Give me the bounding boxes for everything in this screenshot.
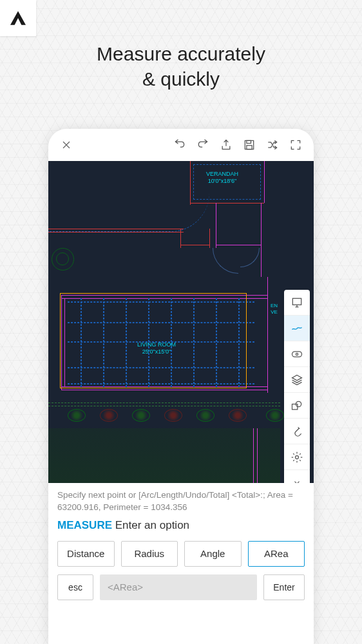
save-button[interactable] <box>239 135 260 155</box>
command-name: MEASURE <box>57 519 112 531</box>
headline-line2: & quickly <box>142 68 220 90</box>
drawing-canvas[interactable]: VERANDAH10'0"x18'6" <box>48 161 314 483</box>
tool-measure[interactable] <box>284 316 310 341</box>
tool-collapse[interactable] <box>284 470 310 483</box>
option-radius[interactable]: Radius <box>121 541 178 567</box>
command-input[interactable]: <ARea> <box>100 574 257 600</box>
command-prompt-text: Enter an option <box>115 519 189 531</box>
svg-point-5 <box>296 353 298 355</box>
autodesk-logo <box>0 0 36 36</box>
random-button[interactable] <box>262 135 283 155</box>
verandah-label: VERANDAH10'0"x18'6" <box>206 171 238 185</box>
measure-selection[interactable] <box>60 293 247 388</box>
command-prompt: MEASURE Enter an option <box>48 518 314 537</box>
tool-shapes[interactable] <box>284 393 310 419</box>
marketing-headline: Measure accurately & quickly <box>0 41 362 91</box>
entry-label: ENVE <box>271 303 278 315</box>
undo-button[interactable] <box>169 135 190 155</box>
redo-button[interactable] <box>193 135 213 155</box>
side-toolbox <box>284 290 310 483</box>
command-input-row: esc <ARea> Enter <box>48 571 314 604</box>
svg-rect-2 <box>247 146 252 149</box>
share-button[interactable] <box>216 135 236 155</box>
measure-options: Distance Radius Angle ARea <box>48 537 314 571</box>
esc-button[interactable]: esc <box>57 574 93 600</box>
tool-attach[interactable] <box>284 419 310 444</box>
headline-line1: Measure accurately <box>97 43 265 64</box>
svg-point-8 <box>296 455 299 459</box>
option-area[interactable]: ARea <box>248 541 305 567</box>
command-history: Specify next point or [Arc/Length/Undo/T… <box>48 483 314 518</box>
tool-view[interactable] <box>284 341 310 367</box>
tool-settings[interactable] <box>284 444 310 470</box>
svg-rect-4 <box>292 351 302 356</box>
svg-rect-1 <box>247 140 251 143</box>
app-toolbar <box>48 129 314 161</box>
option-angle[interactable]: Angle <box>184 541 242 567</box>
tool-layers[interactable] <box>284 367 310 393</box>
enter-button[interactable]: Enter <box>263 574 305 600</box>
close-button[interactable] <box>56 135 77 155</box>
svg-rect-6 <box>292 404 298 409</box>
tool-display[interactable] <box>284 290 310 316</box>
svg-rect-3 <box>292 298 301 305</box>
option-distance[interactable]: Distance <box>57 541 115 567</box>
phone-mockup: VERANDAH10'0"x18'6" <box>48 129 314 644</box>
fullscreen-button[interactable] <box>285 135 306 155</box>
